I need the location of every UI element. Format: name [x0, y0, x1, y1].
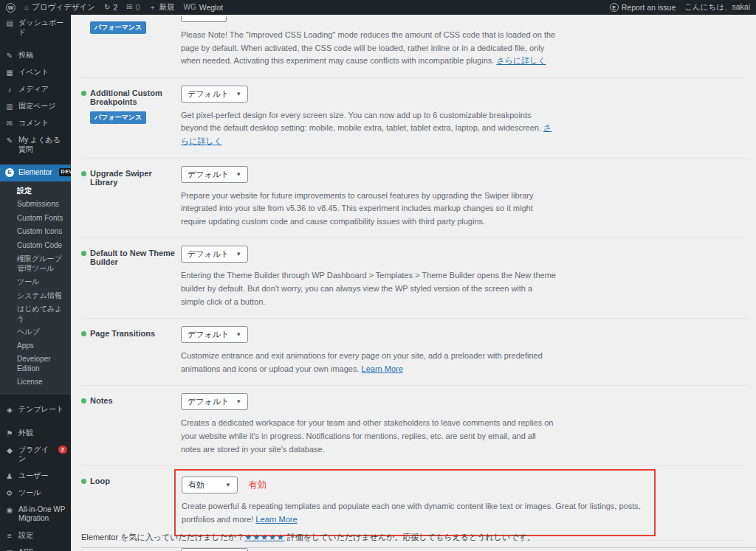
rating-stars-link[interactable]: ★★★★★ — [244, 533, 284, 541]
sidebar-item-25[interactable]: ⚙ツール — [0, 485, 71, 502]
experiment-select[interactable]: デフォルト▼ — [181, 86, 248, 103]
select-value: デフォルト — [188, 329, 229, 340]
wordpress-menu-button[interactable]: W — [6, 3, 16, 13]
pin-icon: ✎ — [5, 51, 14, 60]
learn-more-link[interactable]: さらに詳しく — [496, 56, 546, 65]
comments-icon: ✉ — [5, 119, 14, 128]
sidebar-item-24[interactable]: ♟ユーザー — [0, 468, 71, 485]
experiment-row-default-to-new-theme-builder: Default to New Theme Builderデフォルト▼Enteri… — [81, 238, 749, 319]
learn-more-link[interactable]: Learn More — [255, 515, 297, 524]
sidebar-subitem-11[interactable]: Custom Icons — [0, 225, 71, 239]
chevron-down-icon: ▼ — [236, 251, 241, 257]
sidebar-item-label: ACF — [18, 548, 67, 551]
sidebar-subitem-10[interactable]: Custom Fonts — [0, 212, 71, 226]
calendar-icon: ▦ — [5, 68, 14, 77]
experiment-label-cell: Page Transitions — [81, 326, 181, 375]
experiment-select-partial[interactable] — [181, 16, 227, 22]
plus-icon: ＋ — [148, 4, 156, 11]
report-issue-link[interactable]: E Report an issue — [610, 3, 676, 12]
status-dot-icon — [81, 251, 86, 256]
select-value: 有効 — [188, 479, 205, 491]
sidebar-item-22[interactable]: ⚑外観 — [0, 425, 71, 442]
sidebar-item-label: コメント — [18, 119, 67, 128]
learn-more-link[interactable]: さらに詳しく — [181, 123, 551, 145]
weglot-adminbar-link[interactable]: WG Weglot — [183, 3, 223, 12]
sidebar-subitem-17[interactable]: ヘルプ — [0, 325, 71, 339]
status-dot-icon — [81, 91, 86, 96]
select-value: デフォルト — [188, 169, 229, 180]
experiment-select[interactable]: 有効▼ — [182, 477, 238, 493]
sidebar-item-label: My よくある質問 — [18, 136, 67, 154]
sidebar-item-26[interactable]: ◉All-in-One WP Migration — [0, 502, 71, 527]
weglot-label: Weglot — [199, 3, 224, 12]
status-dot-icon — [81, 171, 86, 176]
sidebar-item-28[interactable]: ▦ACF — [0, 544, 71, 551]
sidebar-item-27[interactable]: ≡設定 — [0, 527, 71, 544]
sidebar-item-label: 固定ページ — [18, 102, 67, 111]
sidebar-item-0[interactable]: ▤ダッシュボード — [0, 15, 71, 41]
sidebar-item-6[interactable]: ✎My よくある質問 — [0, 132, 71, 158]
experiment-select[interactable]: デフォルト▼ — [181, 166, 248, 183]
experiment-select[interactable]: デフォルト▼ — [181, 246, 248, 263]
experiment-description: Create powerful & repeating templates an… — [182, 500, 647, 526]
experiment-select[interactable]: デフォルト▼ — [181, 393, 248, 410]
elementor-submenu: 設定SubmissionsCustom FontsCustom IconsCus… — [0, 181, 71, 395]
sidebar-subitem-18[interactable]: Apps — [0, 339, 71, 353]
footer-pre-text: Elementor を気に入っていただけましたか？ — [81, 533, 244, 541]
users-icon: ♟ — [5, 471, 14, 481]
comments-link[interactable]: ✉ 0 — [126, 3, 140, 12]
sidebar-item-21[interactable]: ◈テンプレート — [0, 401, 71, 418]
sidebar-item-23[interactable]: ◆プラグイン2 — [0, 442, 71, 468]
footer-post-text: 評価をしていただけませんか。応援してもらえるとうれしいです。 — [285, 533, 535, 541]
sidebar-item-label: イベント — [18, 68, 67, 77]
sidebar-subitem-16[interactable]: はじめてみよう — [0, 302, 71, 325]
templates-icon: ◈ — [5, 405, 14, 415]
experiment-control-cell: デフォルト▼Creates a dedicated workspace for … — [181, 393, 557, 456]
select-value: デフォルト — [188, 89, 229, 100]
elementor-icon: E — [5, 168, 14, 177]
sidebar-subitem-14[interactable]: ツール — [0, 275, 71, 289]
sidebar-item-1[interactable]: ✎投稿 — [0, 47, 71, 64]
chevron-down-icon: ▼ — [236, 398, 241, 405]
sidebar-item-label: All-in-One WP Migration — [18, 505, 67, 524]
experiment-label-cell: Upgrade Swiper Library — [81, 166, 181, 229]
site-name-link[interactable]: ⌂ プロヴィデザイン — [24, 2, 95, 13]
sidebar-subitem-20[interactable]: License — [0, 375, 71, 389]
experiment-select[interactable]: デフォルト▼ — [181, 326, 248, 343]
weglot-logo-icon: WG — [183, 4, 196, 11]
chevron-down-icon: ▼ — [236, 91, 241, 97]
sidebar-item-7[interactable]: EElementorDEV — [0, 164, 71, 181]
experiments-list: パフォーマンスPlease Note! The "Improved CSS Lo… — [81, 15, 749, 551]
greeting-text: こんにちは、sakai — [684, 2, 750, 13]
new-content-link[interactable]: ＋ 新規 — [148, 2, 174, 13]
sidebar-item-label: ツール — [18, 488, 67, 498]
dev-badge: DEV — [59, 168, 71, 176]
experiment-description: Please Note! The "Improved CSS Loading" … — [181, 29, 557, 68]
sidebar-item-5[interactable]: ✉コメント — [0, 115, 71, 132]
select-value: デフォルト — [188, 249, 229, 260]
experiment-description: Prepare your website for future improvem… — [181, 190, 557, 229]
tools-icon: ⚙ — [5, 488, 14, 498]
learn-more-link[interactable]: Learn More — [362, 364, 403, 373]
sidebar-subitem-19[interactable]: Developer Edition — [0, 353, 71, 375]
sidebar-subitem-13[interactable]: 権限グループ管理ツール — [0, 252, 71, 275]
admin-footer: Elementor を気に入っていただけましたか？★★★★★ 評価をしていただけ… — [71, 525, 756, 551]
settings-icon: ≡ — [5, 531, 14, 541]
sidebar-item-3[interactable]: ♪メディア — [0, 81, 71, 98]
sidebar-subitem-9[interactable]: Submissions — [0, 198, 71, 212]
status-dot-icon — [81, 331, 86, 336]
experiment-control-cell: デフォルト▼Prepare your website for future im… — [181, 166, 557, 229]
wordpress-logo-icon: W — [6, 3, 16, 13]
report-issue-label: Report an issue — [622, 3, 676, 12]
footer-divider — [81, 547, 756, 548]
user-greeting-link[interactable]: こんにちは、sakai — [684, 2, 750, 13]
media-icon: ♪ — [5, 85, 14, 94]
experiment-label-cell: パフォーマンス — [81, 16, 181, 68]
sidebar-subitem-8[interactable]: 設定 — [0, 184, 71, 198]
sidebar-item-4[interactable]: ▥固定ページ — [0, 98, 71, 115]
experiment-name: Default to New Theme Builder — [90, 249, 181, 266]
updates-link[interactable]: ↻ 2 — [104, 3, 117, 12]
sidebar-item-2[interactable]: ▦イベント — [0, 64, 71, 81]
sidebar-subitem-15[interactable]: システム情報 — [0, 289, 71, 303]
sidebar-subitem-12[interactable]: Custom Code — [0, 239, 71, 253]
